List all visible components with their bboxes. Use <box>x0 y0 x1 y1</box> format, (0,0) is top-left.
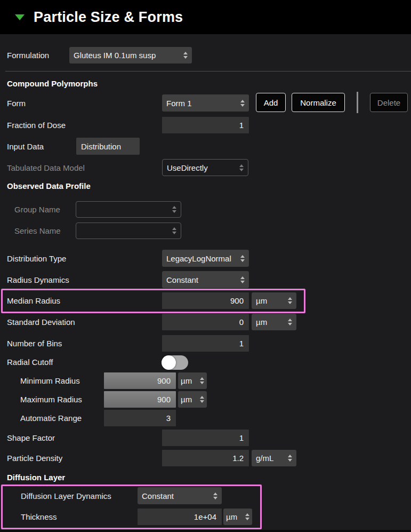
spinner-icon <box>183 52 188 59</box>
thickness-label: Thickness <box>21 509 57 525</box>
minimum-radius-input: 900 <box>104 372 176 389</box>
standard-deviation-input[interactable]: 0 <box>162 314 249 330</box>
form-select[interactable]: Form 1 <box>162 94 249 112</box>
automatic-range-input[interactable]: 3 <box>104 410 176 426</box>
radius-dynamics-select[interactable]: Constant <box>162 271 249 288</box>
particle-density-label: Particle Density <box>7 450 62 466</box>
input-data-select[interactable]: Distribution <box>76 138 140 155</box>
particle-density-input[interactable]: 1.2 <box>162 450 249 466</box>
spinner-icon <box>288 319 292 325</box>
distribution-type-select[interactable]: LegacyLogNormal <box>162 250 249 267</box>
diffusion-layer-dynamics-value: Constant <box>142 491 210 501</box>
group-name-row: Group Name <box>0 201 411 218</box>
spinner-icon <box>288 455 292 462</box>
number-of-bins-row: Number of Bins 1 <box>0 335 411 352</box>
spinner-icon <box>239 164 244 171</box>
shape-factor-input[interactable]: 1 <box>162 430 249 446</box>
minimum-radius-label: Minimum Radius <box>20 372 80 389</box>
collapse-triangle-icon[interactable] <box>15 14 25 20</box>
number-of-bins-input[interactable]: 1 <box>162 335 249 352</box>
tabulated-data-model-value: UseDirectly <box>167 163 236 172</box>
diffusion-layer-dynamics-select[interactable]: Constant <box>138 487 222 504</box>
panel-bottom-edge <box>0 530 411 532</box>
particle-density-unit: g/mL <box>256 454 285 463</box>
standard-deviation-row: Standard Deviation 0 µm <box>0 314 411 330</box>
section-divider <box>5 71 411 72</box>
median-radius-input[interactable]: 900 <box>162 292 249 309</box>
fraction-of-dose-input[interactable]: 1 <box>162 117 249 133</box>
shape-factor-label: Shape Factor <box>7 430 55 446</box>
spinner-icon <box>200 377 204 384</box>
spinner-icon <box>172 227 176 234</box>
observed-data-profile-heading: Observed Data Profile <box>7 181 91 190</box>
standard-deviation-unit-select[interactable]: µm <box>252 314 296 330</box>
panel-title: Particle Size & Forms <box>34 9 183 26</box>
maximum-radius-unit: µm <box>181 395 198 404</box>
tabulated-data-model-select[interactable]: UseDirectly <box>162 159 248 176</box>
formulation-value: Gluteus IM 0.1um susp <box>74 51 180 60</box>
fraction-of-dose-row: Fraction of Dose 1 <box>0 117 411 133</box>
radial-cutoff-row: Radial Cutoff <box>0 354 411 369</box>
normalize-button[interactable]: Normalize <box>292 93 345 112</box>
distribution-type-label: Distribution Type <box>7 250 66 267</box>
spinner-icon <box>240 100 245 107</box>
spinner-icon <box>240 276 245 283</box>
form-label: Form <box>7 94 26 112</box>
thickness-unit-select[interactable]: µm <box>223 509 252 525</box>
minimum-radius-unit: µm <box>181 376 198 385</box>
group-name-label: Group Name <box>14 201 60 218</box>
minimum-radius-row: Minimum Radius 900 µm <box>0 372 411 389</box>
delete-button[interactable]: Delete <box>370 93 408 112</box>
radial-cutoff-toggle[interactable] <box>162 355 188 370</box>
distribution-type-value: LegacyLogNormal <box>166 254 237 263</box>
spinner-icon <box>172 206 176 213</box>
formulation-select[interactable]: Gluteus IM 0.1um susp <box>69 47 192 63</box>
add-button[interactable]: Add <box>256 93 286 112</box>
median-radius-label: Median Radius <box>7 292 60 309</box>
median-radius-row: Median Radius 900 µm <box>0 292 411 309</box>
input-data-row: Input Data Distribution <box>0 138 411 155</box>
diffusion-layer-dynamics-row: Diffusion Layer Dynamics Constant <box>0 487 411 504</box>
thickness-row: Thickness 1e+04 µm <box>0 509 411 525</box>
tabulated-data-model-row: Tabulated Data Model UseDirectly <box>0 159 411 176</box>
distribution-type-row: Distribution Type LegacyLogNormal <box>0 250 411 267</box>
series-name-select[interactable] <box>76 223 181 239</box>
particle-density-unit-select[interactable]: g/mL <box>252 450 296 466</box>
diffusion-layer-dynamics-label: Diffusion Layer Dynamics <box>21 487 111 504</box>
standard-deviation-label: Standard Deviation <box>7 314 75 330</box>
standard-deviation-unit: µm <box>256 317 285 327</box>
particle-size-forms-panel: Particle Size & Forms Formulation Gluteu… <box>0 0 411 532</box>
shape-factor-row: Shape Factor 1 <box>0 430 411 446</box>
particle-density-row: Particle Density 1.2 g/mL <box>0 450 411 466</box>
spinner-icon <box>288 297 292 304</box>
group-name-select[interactable] <box>76 201 181 218</box>
minimum-radius-unit-select[interactable]: µm <box>178 372 207 389</box>
input-data-label: Input Data <box>7 138 44 155</box>
radial-cutoff-label: Radial Cutoff <box>7 354 53 369</box>
form-row: Form Form 1 Add Normalize Delete <box>0 94 411 112</box>
spinner-icon <box>245 513 249 520</box>
form-value: Form 1 <box>166 99 237 108</box>
fraction-of-dose-label: Fraction of Dose <box>7 117 66 133</box>
spinner-icon <box>213 493 217 499</box>
radius-dynamics-label: Radius Dynamics <box>7 271 69 288</box>
formulation-row: Formulation Gluteus IM 0.1um susp <box>0 47 411 63</box>
diffusion-layer-heading: Diffusion Layer <box>7 473 65 482</box>
spinner-icon <box>200 396 204 403</box>
median-radius-unit-select[interactable]: µm <box>252 292 296 309</box>
compound-polymorphs-heading: Compound Polymorphs <box>7 79 98 88</box>
series-name-row: Series Name <box>0 223 411 239</box>
automatic-range-label: Automatic Range <box>20 410 82 426</box>
formulation-label: Formulation <box>7 47 49 63</box>
tabulated-data-model-label: Tabulated Data Model <box>7 159 85 176</box>
automatic-range-row: Automatic Range 3 <box>0 410 411 426</box>
thickness-input[interactable]: 1e+04 <box>138 509 222 525</box>
maximum-radius-row: Maximum Radius 900 µm <box>0 391 411 408</box>
maximum-radius-unit-select[interactable]: µm <box>178 391 207 408</box>
button-separator <box>357 92 358 113</box>
maximum-radius-input: 900 <box>104 391 176 408</box>
maximum-radius-label: Maximum Radius <box>20 391 82 408</box>
spinner-icon <box>240 255 245 262</box>
radius-dynamics-row: Radius Dynamics Constant <box>0 271 411 288</box>
panel-header: Particle Size & Forms <box>0 0 411 34</box>
